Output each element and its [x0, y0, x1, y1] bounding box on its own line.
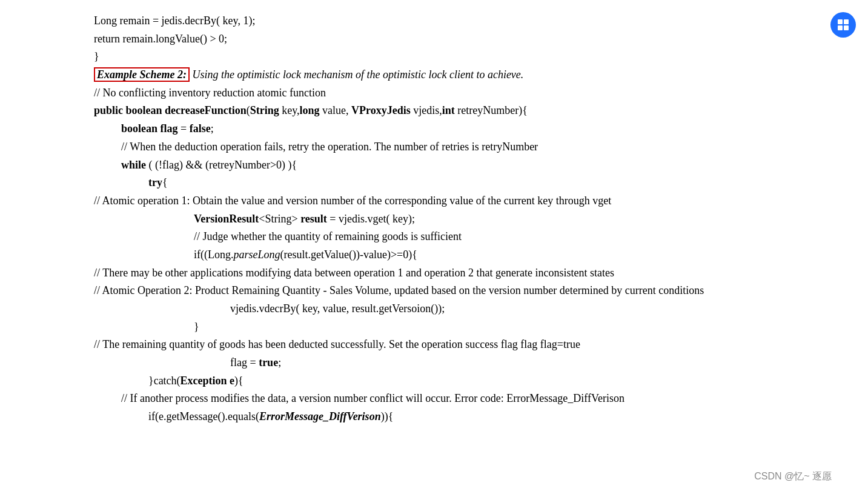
- code-part: // If another process modifies the data,…: [121, 392, 624, 404]
- code-line: Long remain = jedis.decrBy( key, 1);: [94, 12, 832, 30]
- code-line: Example Scheme 2: Using the optimistic l…: [94, 66, 832, 84]
- code-part: if: [148, 410, 155, 422]
- code-part: VProxyJedis: [351, 104, 411, 116]
- code-part: String: [250, 104, 279, 116]
- code-part: =: [178, 122, 190, 135]
- code-part: parseLong: [233, 249, 280, 261]
- code-part: (result.getValue())-value)>=0){: [280, 249, 417, 261]
- code-line: // If another process modifies the data,…: [94, 390, 832, 408]
- code-line: try{: [94, 174, 832, 192]
- code-line: }: [94, 48, 832, 66]
- code-line: // The remaining quantity of goods has b…: [94, 336, 832, 354]
- code-line: // Atomic Operation 2: Product Remaining…: [94, 282, 832, 300]
- example-scheme-rest: Using the optimistic lock mechanism of t…: [190, 68, 523, 81]
- code-part: result: [300, 213, 327, 225]
- code-part: vjedis,: [411, 104, 442, 116]
- code-part: ;: [211, 122, 214, 135]
- code-line: // Judge whether the quantity of remaini…: [94, 228, 832, 246]
- code-part: // When the deduction operation fails, r…: [121, 141, 538, 153]
- svg-rect-3: [844, 25, 849, 30]
- code-part: <String>: [259, 213, 300, 225]
- svg-rect-1: [844, 19, 849, 24]
- code-part: Exception e: [181, 375, 235, 387]
- code-line: vjedis.vdecrBy( key, value, result.getVe…: [94, 300, 832, 318]
- code-part: }catch(: [148, 375, 181, 387]
- code-part: key,: [279, 104, 300, 116]
- code-part: ){: [234, 375, 244, 387]
- code-line: while ( (!flag) && (retreyNumber>0) ){: [94, 156, 832, 175]
- code-part: boolean: [126, 104, 165, 116]
- code-line: }catch(Exception e){: [94, 372, 832, 390]
- code-part: vjedis.vdecrBy( key, value, result.getVe…: [230, 302, 445, 315]
- code-part: Long remain = jedis.decrBy( key, 1);: [94, 15, 255, 27]
- code-line: // Atomic operation 1: Obtain the value …: [94, 192, 832, 210]
- code-part: flag =: [230, 356, 259, 369]
- code-part: )){: [381, 410, 394, 422]
- code-part: false: [190, 122, 211, 135]
- code-line: boolean flag = false;: [94, 120, 832, 138]
- code-line: // There may be other applications modif…: [94, 264, 832, 282]
- code-part: while: [121, 159, 146, 171]
- code-part: decreaseFunction: [165, 104, 247, 116]
- code-part: flag: [161, 122, 178, 135]
- code-part: (e.getMessage().equals(: [155, 410, 259, 422]
- code-part: // Judge whether the quantity of remaini…: [194, 230, 462, 242]
- code-part: }: [194, 321, 199, 333]
- code-part: ( (!flag) && (retreyNumber>0) ){: [146, 159, 297, 171]
- code-part: long: [300, 104, 320, 116]
- code-part: {: [162, 176, 168, 189]
- code-line: // No conflicting inventory reduction at…: [94, 84, 832, 102]
- code-part: boolean: [121, 122, 161, 135]
- code-part: // There may be other applications modif…: [94, 267, 614, 279]
- code-part: // Atomic operation 1: Obtain the value …: [94, 195, 611, 207]
- code-line: VersionResult<String> result = vjedis.vg…: [94, 210, 832, 229]
- code-line: // When the deduction operation fails, r…: [94, 138, 832, 156]
- page-container: Long remain = jedis.decrBy( key, 1);retu…: [0, 0, 868, 494]
- code-line: public boolean decreaseFunction(String k…: [94, 102, 832, 120]
- code-part: public: [94, 104, 126, 116]
- code-part: }: [94, 50, 99, 62]
- code-part: return remain.longValue() > 0;: [94, 33, 227, 45]
- code-part: // The remaining quantity of goods has b…: [94, 338, 580, 350]
- code-part: try: [148, 176, 162, 189]
- code-part: // Atomic Operation 2: Product Remaining…: [94, 284, 704, 296]
- code-part: // No conflicting inventory reduction at…: [94, 87, 326, 99]
- code-line: }: [94, 318, 832, 336]
- code-line: return remain.longValue() > 0;: [94, 30, 832, 48]
- code-part: VersionResult: [194, 213, 259, 225]
- csdn-avatar[interactable]: [830, 12, 856, 38]
- code-line: if((Long.parseLong(result.getValue())-va…: [94, 246, 832, 264]
- code-block: Long remain = jedis.decrBy( key, 1);retu…: [94, 12, 832, 426]
- code-part: ErrorMessage_DiffVerison: [259, 410, 381, 422]
- code-part: retreyNumber){: [455, 104, 528, 116]
- code-part: value,: [320, 104, 351, 116]
- code-part: if((Long.: [194, 249, 233, 261]
- svg-rect-2: [838, 25, 843, 30]
- example-scheme-box: Example Scheme 2:: [94, 67, 190, 82]
- watermark: CSDN @忆~ 逐愿: [754, 470, 832, 483]
- code-line: flag = true;: [94, 354, 832, 372]
- code-line: if(e.getMessage().equals(ErrorMessage_Di…: [94, 408, 832, 426]
- code-part: true: [259, 356, 278, 369]
- code-part: int: [442, 104, 455, 116]
- svg-rect-0: [838, 19, 843, 24]
- code-part: ;: [278, 356, 281, 369]
- code-part: = vjedis.vget( key);: [327, 213, 415, 225]
